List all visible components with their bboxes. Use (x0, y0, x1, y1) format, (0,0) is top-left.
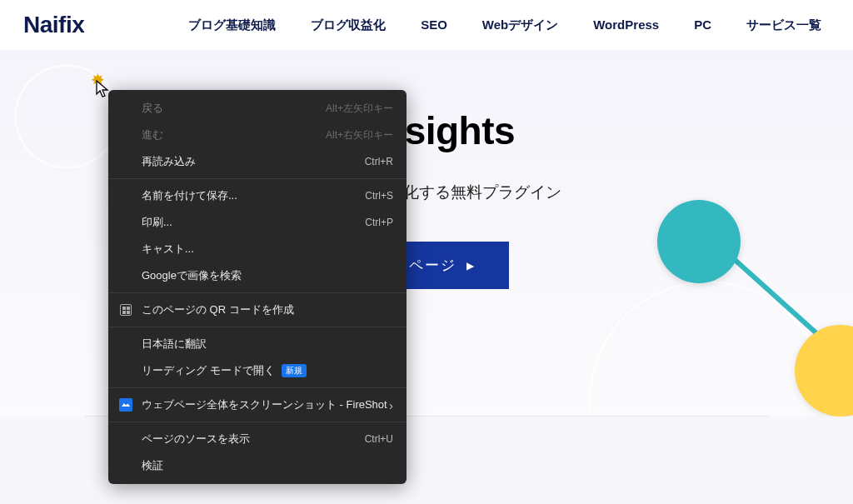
ctx-fireshot[interactable]: ウェブページ全体をスクリーンショット - FireShot › (108, 392, 407, 418)
ctx-save-as[interactable]: 名前を付けて保存... Ctrl+S (108, 182, 407, 209)
new-badge: 新規 (282, 364, 307, 377)
nav-item-blog-monetize[interactable]: ブログ収益化 (311, 17, 386, 33)
ctx-save-as-shortcut: Ctrl+S (365, 190, 393, 202)
ctx-print-label: 印刷... (142, 215, 172, 230)
site-logo[interactable]: Naifix (23, 12, 84, 38)
ctx-reload[interactable]: 再読み込み Ctrl+R (108, 148, 407, 175)
ctx-inspect-label: 検証 (142, 458, 163, 473)
ctx-separator (108, 387, 407, 388)
ctx-separator (108, 178, 407, 179)
ctx-back-shortcut: Alt+左矢印キー (326, 102, 393, 116)
nav-item-wordpress[interactable]: WordPress (593, 17, 659, 33)
chevron-right-icon: ▶ (466, 260, 476, 272)
ctx-search-image-label: Googleで画像を検索 (142, 268, 242, 283)
main-nav: ブログ基礎知識 ブログ収益化 SEO Webデザイン WordPress PC … (188, 17, 821, 33)
ctx-reader-mode[interactable]: リーディング モードで開く 新規 (108, 357, 407, 384)
ctx-reader-label: リーディング モードで開く (142, 363, 275, 378)
ctx-qr-label: このページの QR コードを作成 (142, 302, 294, 317)
ctx-back-label: 戻る (142, 101, 163, 116)
ctx-view-source-shortcut: Ctrl+U (365, 433, 393, 445)
decorative-circle-yellow (795, 325, 853, 417)
ctx-view-source[interactable]: ページのソースを表示 Ctrl+U (108, 426, 407, 452)
ctx-translate-label: 日本語に翻訳 (142, 337, 207, 352)
ctx-separator (108, 292, 407, 293)
ctx-save-as-label: 名前を付けて保存... (142, 188, 237, 203)
ctx-search-image[interactable]: Googleで画像を検索 (108, 262, 407, 289)
ctx-back[interactable]: 戻る Alt+左矢印キー (108, 95, 407, 122)
ctx-translate[interactable]: 日本語に翻訳 (108, 331, 407, 357)
ctx-cast-label: キャスト... (142, 242, 194, 257)
browser-context-menu: 戻る Alt+左矢印キー 進む Alt+右矢印キー 再読み込み Ctrl+R 名… (108, 90, 407, 484)
nav-item-seo[interactable]: SEO (421, 17, 447, 33)
fireshot-icon (118, 397, 133, 412)
ctx-inspect[interactable]: 検証 (108, 452, 407, 479)
ctx-print[interactable]: 印刷... Ctrl+P (108, 209, 407, 236)
nav-item-services[interactable]: サービス一覧 (746, 17, 821, 33)
ctx-forward[interactable]: 進む Alt+右矢印キー (108, 122, 407, 148)
ctx-cast[interactable]: キャスト... (108, 236, 407, 262)
ctx-separator (108, 327, 407, 327)
ctx-forward-label: 進む (142, 127, 163, 142)
nav-item-pc[interactable]: PC (694, 17, 711, 33)
qr-code-icon (118, 302, 133, 317)
nav-item-blog-basics[interactable]: ブログ基礎知識 (188, 17, 276, 33)
ctx-view-source-label: ページのソースを表示 (142, 432, 250, 447)
ctx-fireshot-label: ウェブページ全体をスクリーンショット - FireShot (142, 397, 387, 412)
chevron-right-icon: › (389, 398, 393, 412)
nav-item-webdesign[interactable]: Webデザイン (482, 17, 558, 33)
site-header: Naifix ブログ基礎知識 ブログ収益化 SEO Webデザイン WordPr… (0, 0, 853, 50)
ctx-separator (108, 422, 407, 422)
ctx-reload-shortcut: Ctrl+R (365, 156, 393, 167)
ctx-print-shortcut: Ctrl+P (365, 217, 393, 228)
ctx-forward-shortcut: Alt+右矢印キー (326, 128, 393, 142)
ctx-qr-code[interactable]: このページの QR コードを作成 (108, 297, 407, 323)
ctx-reload-label: 再読み込み (142, 154, 196, 169)
